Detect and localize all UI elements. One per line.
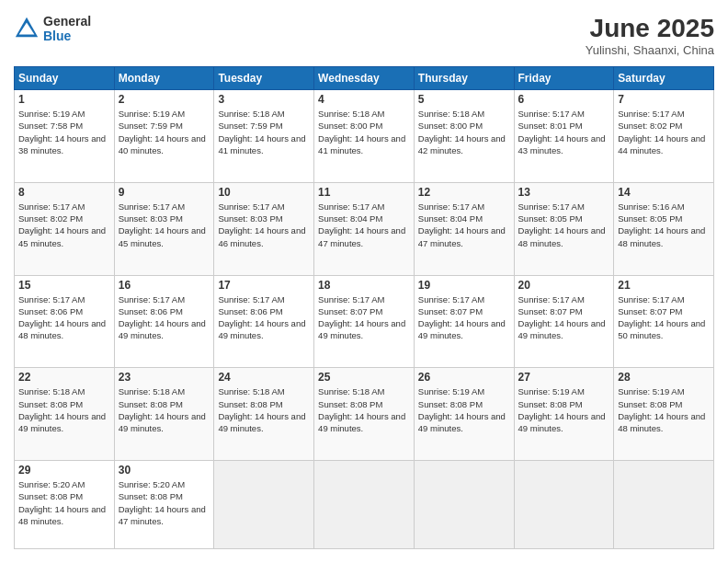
cell-info: Sunrise: 5:19 AMSunset: 8:08 PMDaylight:… [518,386,606,433]
calendar-cell: 16 Sunrise: 5:17 AMSunset: 8:06 PMDaylig… [114,275,214,368]
location: Yulinshi, Shaanxi, China [586,43,714,57]
cell-info: Sunrise: 5:18 AMSunset: 8:08 PMDaylight:… [18,386,106,433]
logo-blue-label: Blue [43,29,91,43]
cell-info: Sunrise: 5:19 AMSunset: 8:08 PMDaylight:… [618,386,705,433]
header: General Blue June 2025 Yulinshi, Shaanxi… [14,14,714,57]
calendar-cell: 12 Sunrise: 5:17 AMSunset: 8:04 PMDaylig… [414,182,514,275]
col-tuesday: Tuesday [214,67,314,90]
col-wednesday: Wednesday [314,67,415,90]
day-number: 28 [618,371,710,384]
calendar-cell: 5 Sunrise: 5:18 AMSunset: 8:00 PMDayligh… [414,90,514,183]
calendar-cell: 30 Sunrise: 5:20 AMSunset: 8:08 PMDaylig… [114,461,214,549]
cell-info: Sunrise: 5:17 AMSunset: 8:07 PMDaylight:… [518,294,606,341]
logo-text: General Blue [43,14,91,43]
cell-info: Sunrise: 5:17 AMSunset: 8:06 PMDaylight:… [18,294,106,341]
cell-info: Sunrise: 5:18 AMSunset: 8:08 PMDaylight:… [119,386,206,433]
calendar-cell: 27 Sunrise: 5:19 AMSunset: 8:08 PMDaylig… [514,368,614,461]
calendar-cell: 10 Sunrise: 5:17 AMSunset: 8:03 PMDaylig… [214,182,314,275]
week-row-2: 8 Sunrise: 5:17 AMSunset: 8:02 PMDayligh… [15,182,714,275]
cell-info: Sunrise: 5:20 AMSunset: 8:08 PMDaylight:… [119,479,206,526]
day-number: 29 [18,464,110,477]
day-number: 19 [418,279,510,292]
calendar-cell: 2 Sunrise: 5:19 AMSunset: 7:59 PMDayligh… [114,90,214,183]
col-sunday: Sunday [15,67,115,90]
cell-info: Sunrise: 5:17 AMSunset: 8:07 PMDaylight:… [318,294,405,341]
day-number: 5 [418,93,510,106]
day-number: 8 [18,186,110,199]
day-number: 12 [418,186,510,199]
calendar-cell: 8 Sunrise: 5:17 AMSunset: 8:02 PMDayligh… [15,182,115,275]
day-number: 21 [618,279,710,292]
calendar-cell: 20 Sunrise: 5:17 AMSunset: 8:07 PMDaylig… [514,275,614,368]
calendar-cell: 18 Sunrise: 5:17 AMSunset: 8:07 PMDaylig… [314,275,415,368]
logo-general-label: General [43,14,91,29]
calendar-cell: 17 Sunrise: 5:17 AMSunset: 8:06 PMDaylig… [214,275,314,368]
day-number: 6 [518,93,610,106]
calendar-table: Sunday Monday Tuesday Wednesday Thursday… [14,66,714,549]
week-row-4: 22 Sunrise: 5:18 AMSunset: 8:08 PMDaylig… [15,368,714,461]
calendar-cell: 9 Sunrise: 5:17 AMSunset: 8:03 PMDayligh… [114,182,214,275]
cell-info: Sunrise: 5:19 AMSunset: 7:58 PMDaylight:… [18,109,106,155]
cell-info: Sunrise: 5:18 AMSunset: 7:59 PMDaylight:… [218,109,305,155]
day-number: 2 [119,93,210,106]
cell-info: Sunrise: 5:19 AMSunset: 7:59 PMDaylight:… [119,109,206,155]
day-number: 18 [318,279,410,292]
day-number: 20 [518,279,610,292]
col-friday: Friday [514,67,614,90]
cell-info: Sunrise: 5:20 AMSunset: 8:08 PMDaylight:… [18,479,106,526]
calendar-header-row: Sunday Monday Tuesday Wednesday Thursday… [15,67,714,90]
cell-info: Sunrise: 5:17 AMSunset: 8:05 PMDaylight:… [518,201,606,248]
cell-info: Sunrise: 5:17 AMSunset: 8:03 PMDaylight:… [119,201,206,248]
calendar-cell [214,461,314,549]
day-number: 24 [218,371,310,384]
day-number: 15 [18,279,110,292]
calendar-cell: 1 Sunrise: 5:19 AMSunset: 7:58 PMDayligh… [15,90,115,183]
calendar-cell: 15 Sunrise: 5:17 AMSunset: 8:06 PMDaylig… [15,275,115,368]
day-number: 27 [518,371,610,384]
calendar-cell: 6 Sunrise: 5:17 AMSunset: 8:01 PMDayligh… [514,90,614,183]
cell-info: Sunrise: 5:18 AMSunset: 8:00 PMDaylight:… [318,109,405,155]
cell-info: Sunrise: 5:17 AMSunset: 8:01 PMDaylight:… [518,109,606,155]
col-thursday: Thursday [414,67,514,90]
cell-info: Sunrise: 5:18 AMSunset: 8:08 PMDaylight:… [218,386,305,433]
calendar-cell: 24 Sunrise: 5:18 AMSunset: 8:08 PMDaylig… [214,368,314,461]
day-number: 1 [18,93,110,106]
day-number: 10 [218,186,310,199]
cell-info: Sunrise: 5:18 AMSunset: 8:00 PMDaylight:… [418,109,506,155]
cell-info: Sunrise: 5:18 AMSunset: 8:08 PMDaylight:… [318,386,405,433]
cell-info: Sunrise: 5:17 AMSunset: 8:04 PMDaylight:… [418,201,506,248]
calendar-cell: 13 Sunrise: 5:17 AMSunset: 8:05 PMDaylig… [514,182,614,275]
cell-info: Sunrise: 5:17 AMSunset: 8:02 PMDaylight:… [618,109,705,155]
day-number: 11 [318,186,410,199]
cell-info: Sunrise: 5:17 AMSunset: 8:02 PMDaylight:… [18,201,106,248]
day-number: 22 [18,371,110,384]
calendar-cell: 19 Sunrise: 5:17 AMSunset: 8:07 PMDaylig… [414,275,514,368]
calendar-cell [514,461,614,549]
day-number: 13 [518,186,610,199]
col-saturday: Saturday [614,67,714,90]
cell-info: Sunrise: 5:17 AMSunset: 8:03 PMDaylight:… [218,201,305,248]
calendar-cell [414,461,514,549]
cell-info: Sunrise: 5:17 AMSunset: 8:06 PMDaylight:… [119,294,206,341]
calendar-cell: 14 Sunrise: 5:16 AMSunset: 8:05 PMDaylig… [614,182,714,275]
day-number: 23 [119,371,210,384]
day-number: 30 [119,464,210,477]
calendar-cell [614,461,714,549]
cell-info: Sunrise: 5:19 AMSunset: 8:08 PMDaylight:… [418,386,506,433]
calendar-cell: 22 Sunrise: 5:18 AMSunset: 8:08 PMDaylig… [15,368,115,461]
title-block: June 2025 Yulinshi, Shaanxi, China [586,14,714,57]
calendar-cell: 29 Sunrise: 5:20 AMSunset: 8:08 PMDaylig… [15,461,115,549]
logo: General Blue [14,14,91,43]
calendar-cell: 7 Sunrise: 5:17 AMSunset: 8:02 PMDayligh… [614,90,714,183]
calendar-cell: 23 Sunrise: 5:18 AMSunset: 8:08 PMDaylig… [114,368,214,461]
calendar-cell: 3 Sunrise: 5:18 AMSunset: 7:59 PMDayligh… [214,90,314,183]
calendar-cell: 11 Sunrise: 5:17 AMSunset: 8:04 PMDaylig… [314,182,415,275]
day-number: 7 [618,93,710,106]
day-number: 26 [418,371,510,384]
day-number: 4 [318,93,410,106]
calendar-cell: 25 Sunrise: 5:18 AMSunset: 8:08 PMDaylig… [314,368,415,461]
week-row-5: 29 Sunrise: 5:20 AMSunset: 8:08 PMDaylig… [15,461,714,549]
calendar-cell: 26 Sunrise: 5:19 AMSunset: 8:08 PMDaylig… [414,368,514,461]
page: General Blue June 2025 Yulinshi, Shaanxi… [0,0,728,563]
cell-info: Sunrise: 5:16 AMSunset: 8:05 PMDaylight:… [618,201,705,248]
